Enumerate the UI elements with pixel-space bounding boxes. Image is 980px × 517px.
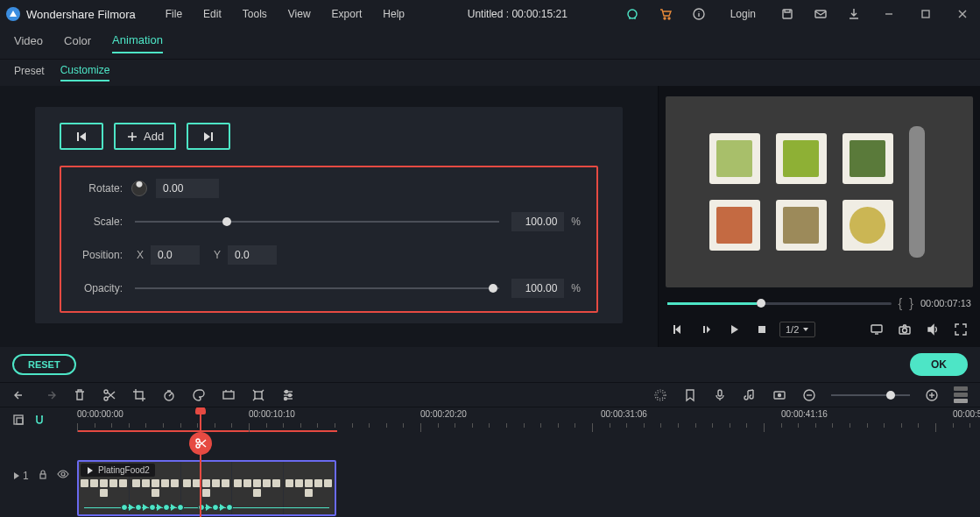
greenscreen-icon[interactable]: [221, 387, 236, 403]
marker-icon[interactable]: [682, 387, 698, 403]
keyframe-icon[interactable]: [772, 387, 787, 403]
cut-icon[interactable]: [189, 432, 212, 455]
svg-rect-44: [14, 415, 23, 424]
minimize-button[interactable]: [877, 4, 901, 25]
svg-point-25: [165, 392, 173, 400]
login-button[interactable]: Login: [722, 4, 765, 24]
keyframe-marker[interactable]: [149, 504, 156, 511]
keyframe-marker[interactable]: [177, 504, 184, 511]
save-icon[interactable]: [777, 4, 798, 25]
track-view-icon[interactable]: [954, 386, 968, 403]
display-settings-icon[interactable]: [866, 319, 887, 340]
voiceover-icon[interactable]: [712, 387, 728, 403]
ruler-label: 00:00:31:06: [601, 409, 647, 419]
keyframe-marker[interactable]: [226, 504, 233, 511]
timeline-ruler[interactable]: 00:00:00:00 00:00:10:10 00:00:20:20 00:0…: [77, 407, 980, 434]
preview-viewport[interactable]: [666, 96, 973, 287]
tab-animation[interactable]: Animation: [112, 33, 163, 53]
keyframe-marker[interactable]: [121, 504, 128, 511]
close-button[interactable]: [950, 4, 975, 25]
svg-rect-26: [223, 392, 234, 399]
zoom-slider[interactable]: [831, 394, 910, 396]
track-lock-icon[interactable]: [38, 469, 48, 482]
undo-icon[interactable]: [12, 387, 28, 403]
download-icon[interactable]: [843, 4, 864, 25]
keyframe-nav-row: Add: [60, 123, 598, 150]
timeline-body[interactable]: 00:00:00:00 00:00:10:10 00:00:20:20 00:0…: [77, 407, 980, 517]
playback-speed[interactable]: 1/2: [779, 322, 815, 337]
video-clip[interactable]: PlatingFood2: [77, 460, 336, 516]
video-track: PlatingFood2: [77, 460, 980, 516]
opacity-slider[interactable]: [135, 287, 499, 289]
scale-input[interactable]: [511, 212, 564, 231]
menubar: File Edit Tools View Export Help: [157, 4, 413, 24]
reset-button[interactable]: RESET: [12, 354, 76, 375]
preview-panel: { } 00:00:07:13 1/2: [658, 86, 980, 347]
property-tabs: Video Color Animation: [0, 28, 980, 60]
track-visibility-icon[interactable]: [57, 468, 69, 483]
split-icon[interactable]: [102, 387, 117, 403]
snapshot-icon[interactable]: [894, 319, 915, 340]
menu-tools[interactable]: Tools: [234, 4, 276, 24]
render-icon[interactable]: [652, 387, 668, 403]
tab-color[interactable]: Color: [64, 34, 91, 53]
svg-point-49: [196, 444, 200, 448]
rotate-dial[interactable]: [131, 181, 147, 196]
volume-icon[interactable]: [922, 319, 943, 340]
zoom-out-icon[interactable]: [801, 387, 817, 403]
svg-point-24: [104, 397, 108, 400]
adjust-icon[interactable]: [280, 387, 296, 403]
subtab-customize[interactable]: Customize: [60, 64, 110, 81]
next-keyframe-button[interactable]: [187, 123, 230, 150]
delete-icon[interactable]: [72, 387, 88, 403]
playback-controls: 1/2: [659, 315, 980, 347]
keyframe-marker[interactable]: [212, 504, 219, 511]
titlebar-right: Login: [622, 4, 975, 25]
scale-slider[interactable]: [135, 221, 499, 223]
keyframe-marker[interactable]: [163, 504, 170, 511]
menu-file[interactable]: File: [157, 4, 191, 24]
stop-button[interactable]: [751, 319, 772, 340]
step-back-button[interactable]: [667, 319, 688, 340]
audio-mixer-icon[interactable]: [742, 387, 758, 403]
ruler-selection: [77, 430, 337, 432]
support-icon[interactable]: [622, 4, 643, 25]
pos-x-input[interactable]: [151, 245, 200, 265]
redo-icon[interactable]: [42, 387, 58, 403]
expand-icon[interactable]: [250, 387, 266, 403]
menu-edit[interactable]: Edit: [194, 4, 230, 24]
info-icon[interactable]: [688, 4, 709, 25]
mail-icon[interactable]: [810, 4, 831, 25]
keyframe-marker[interactable]: [135, 504, 142, 511]
pos-y-input[interactable]: [228, 245, 277, 265]
add-keyframe-button[interactable]: Add: [114, 123, 176, 150]
opacity-input[interactable]: [511, 279, 564, 298]
play-back-button[interactable]: [695, 319, 716, 340]
mark-in-icon[interactable]: {: [899, 296, 903, 310]
snap-icon[interactable]: [33, 414, 46, 428]
prev-keyframe-button[interactable]: [60, 123, 103, 150]
subtab-preset[interactable]: Preset: [14, 65, 45, 81]
tab-video[interactable]: Video: [14, 34, 43, 53]
rotate-input[interactable]: [156, 179, 219, 198]
crop-icon[interactable]: [131, 387, 147, 403]
animation-subtabs: Preset Customize: [0, 60, 980, 86]
fullscreen-icon[interactable]: [950, 319, 971, 340]
svg-rect-13: [77, 132, 79, 141]
track-manager-icon[interactable]: [12, 414, 25, 428]
color-icon[interactable]: [191, 387, 207, 403]
playhead[interactable]: [200, 407, 201, 517]
menu-help[interactable]: Help: [374, 4, 413, 24]
pos-y-label: Y: [214, 249, 221, 261]
mark-out-icon[interactable]: }: [909, 296, 913, 310]
zoom-in-icon[interactable]: [924, 387, 940, 403]
add-keyframe-label: Add: [144, 130, 164, 143]
ok-button[interactable]: OK: [910, 353, 968, 376]
maximize-button[interactable]: [913, 4, 938, 25]
speed-icon[interactable]: [161, 387, 177, 403]
menu-view[interactable]: View: [279, 4, 320, 24]
seek-slider[interactable]: [667, 302, 892, 305]
play-button[interactable]: [723, 319, 744, 340]
cart-icon[interactable]: [655, 4, 676, 25]
menu-export[interactable]: Export: [323, 4, 371, 24]
